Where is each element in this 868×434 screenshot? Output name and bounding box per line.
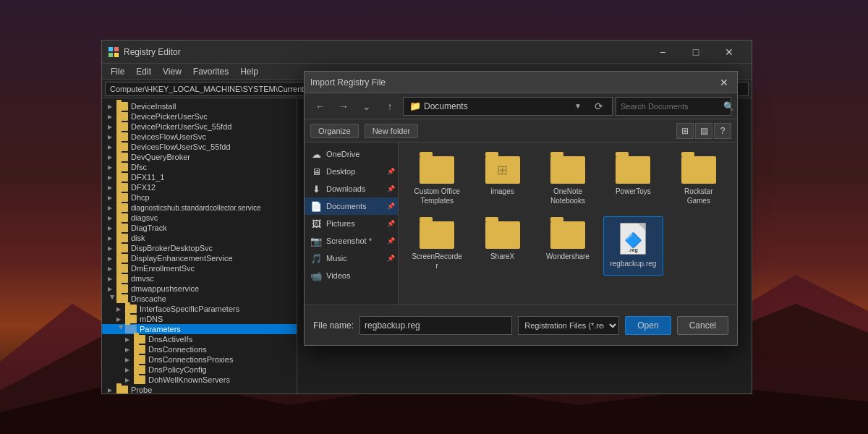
tree-item[interactable]: ▶Dhcp [102, 192, 297, 203]
sidebar-item-pictures[interactable]: 🖼 Pictures 📌 [305, 215, 398, 232]
sidebar-item-documents[interactable]: 📄 Documents 📌 [305, 197, 398, 215]
dialog-close-button[interactable]: ✕ [717, 75, 731, 90]
tree-item[interactable]: ▶DohWellKnownServers [102, 375, 297, 385]
tree-item[interactable]: ▶DeviceInstall [102, 101, 297, 111]
tree-item[interactable]: ▶InterfaceSpecificParameters [102, 304, 297, 314]
registry-tree[interactable]: ▶DeviceInstall ▶DevicePickerUserSvc ▶Dev… [102, 98, 297, 393]
file-label: Wondershare [546, 252, 590, 261]
recent-locations-button[interactable]: ⌄ [357, 98, 377, 115]
file-type-select[interactable]: Registration Files (*.reg) [518, 316, 619, 335]
file-item-rockstar[interactable]: Rockstar Games [669, 151, 728, 210]
videos-icon: 📹 [310, 271, 322, 281]
file-label: ScreenRecorder [411, 252, 463, 271]
menu-view[interactable]: View [157, 65, 187, 78]
tree-item[interactable]: ▶dmvsc [102, 273, 297, 284]
menu-help[interactable]: Help [234, 65, 264, 78]
file-name-input[interactable] [359, 316, 512, 335]
reg-file-icon: 🔷 .reg [616, 221, 650, 256]
file-label: images [490, 187, 514, 196]
tree-item[interactable]: ▶Dfsc [102, 162, 297, 172]
close-button[interactable]: ✕ [712, 41, 746, 64]
file-item-images[interactable]: images [472, 151, 532, 210]
search-icon: 🔍 [723, 101, 734, 111]
menu-file[interactable]: File [105, 65, 130, 78]
tree-item-parameters[interactable]: ▶Parameters [102, 324, 297, 334]
tree-item[interactable]: ▶DevicePickerUserSvc [102, 111, 297, 122]
dialog-actions-bar: Organize New folder ⊞ ▤ ? [305, 119, 737, 142]
pin-icon: 📌 [387, 185, 395, 192]
folder-icon [550, 156, 585, 184]
minimize-button[interactable]: − [646, 41, 679, 64]
tree-item[interactable]: ▶DnsPolicyConfig [102, 365, 297, 375]
refresh-button[interactable]: ⟳ [592, 98, 606, 115]
svg-rect-5 [109, 53, 113, 57]
tree-item[interactable]: ▶DevicesFlowUserSvc [102, 132, 297, 142]
search-input[interactable] [621, 102, 720, 111]
view-buttons: ⊞ ▤ ? [676, 123, 731, 139]
sidebar-item-downloads[interactable]: ⬇ Downloads 📌 [305, 180, 398, 197]
folder-icon [616, 156, 650, 184]
file-item-powertoys[interactable]: PowerToys [603, 151, 663, 210]
tree-item[interactable]: ▶Probe [102, 385, 297, 393]
dialog-content: ☁ OneDrive 🖥 Desktop 📌 ⬇ Downloads 📌 📄 D… [305, 142, 737, 305]
location-dropdown-arrow[interactable]: ▼ [574, 102, 589, 110]
new-folder-button[interactable]: New folder [365, 124, 419, 138]
window-controls: − □ ✕ [646, 41, 746, 64]
file-item-custom-office-templates[interactable]: Custom Office Templates [407, 151, 467, 210]
pin-icon: 📌 [387, 220, 395, 227]
tree-item[interactable]: ▶DispBrokerDesktopSvc [102, 243, 297, 253]
tree-item[interactable]: ▶DnsConnections [102, 344, 297, 354]
sidebar-item-videos[interactable]: 📹 Videos [305, 267, 398, 284]
tree-item[interactable]: ▶mDNS [102, 314, 297, 324]
folder-icon [681, 156, 716, 184]
cancel-button[interactable]: Cancel [677, 316, 728, 335]
sidebar-item-desktop[interactable]: 🖥 Desktop 📌 [305, 163, 398, 180]
sidebar-item-screenshots[interactable]: 📷 Screenshot * 📌 [305, 232, 398, 250]
tree-item[interactable]: ▶DevicesFlowUserSvc_55fdd [102, 142, 297, 152]
tree-item[interactable]: ▶diagsvc [102, 213, 297, 223]
tree-item[interactable]: ▶DisplayEnhancementService [102, 253, 297, 263]
tree-item[interactable]: ▶DiagTrack [102, 223, 297, 233]
pictures-icon: 🖼 [310, 218, 322, 229]
tree-item[interactable]: ▶DnsActiveIfs [102, 334, 297, 344]
maximize-button[interactable]: □ [679, 41, 712, 64]
file-item-onenote[interactable]: OneNote Notebooks [538, 151, 597, 210]
menu-favorites[interactable]: Favorites [187, 65, 234, 78]
file-item-wondershare[interactable]: Wondershare [538, 216, 597, 276]
menu-edit[interactable]: Edit [130, 65, 157, 78]
view-help-button[interactable]: ? [714, 123, 731, 139]
file-item-regbackup[interactable]: 🔷 .reg regbackup.reg [603, 216, 663, 276]
organize-button[interactable]: Organize [310, 124, 359, 138]
location-bar[interactable]: 📁 Documents ▼ ⟳ [403, 97, 613, 116]
view-grid-button[interactable]: ⊞ [676, 123, 694, 139]
import-registry-dialog: Import Registry File ✕ ← → ⌄ ↑ 📁 Documen… [304, 71, 738, 346]
folder-icon [420, 221, 454, 249]
tree-item[interactable]: ▶DevicePickerUserSvc_55fdd [102, 122, 297, 132]
tree-item[interactable]: ▶DFX12 [102, 182, 297, 192]
open-button[interactable]: Open [625, 316, 671, 335]
tree-item[interactable]: ▶disk [102, 233, 297, 243]
reg-ext: .reg [629, 247, 638, 252]
forward-button[interactable]: → [333, 98, 354, 115]
file-item-screenrecorder[interactable]: ScreenRecorder [407, 216, 467, 276]
up-button[interactable]: ↑ [380, 98, 400, 115]
view-list-button[interactable]: ▤ [695, 123, 712, 139]
dialog-title: Import Registry File [310, 77, 386, 88]
back-button[interactable]: ← [310, 98, 331, 115]
tree-item[interactable]: ▶DevQueryBroker [102, 152, 297, 162]
tree-item[interactable]: ▶DnsConnectionsProxies [102, 354, 297, 365]
reg-logo: 🔷 [624, 231, 642, 249]
tree-item[interactable]: ▶Dnscache [102, 294, 297, 304]
tree-item[interactable]: ▶diagnosticshub.standardcollector.servic… [102, 203, 297, 213]
tree-item[interactable]: ▶dmwappushservice [102, 284, 297, 294]
file-label: regbackup.reg [610, 259, 656, 268]
file-label: Rockstar Games [673, 187, 725, 205]
sidebar-label-downloads: Downloads [326, 184, 365, 193]
registry-editor-titlebar: Registry Editor − □ ✕ [102, 41, 752, 64]
dialog-sidebar: ☁ OneDrive 🖥 Desktop 📌 ⬇ Downloads 📌 📄 D… [305, 142, 399, 305]
sidebar-item-music[interactable]: 🎵 Music 📌 [305, 250, 398, 267]
sidebar-item-onedrive[interactable]: ☁ OneDrive [305, 145, 398, 163]
tree-item[interactable]: ▶DFX11_1 [102, 172, 297, 182]
tree-item[interactable]: ▶DmEnrollmentSvc [102, 263, 297, 273]
file-item-sharex[interactable]: ShareX [472, 216, 532, 276]
